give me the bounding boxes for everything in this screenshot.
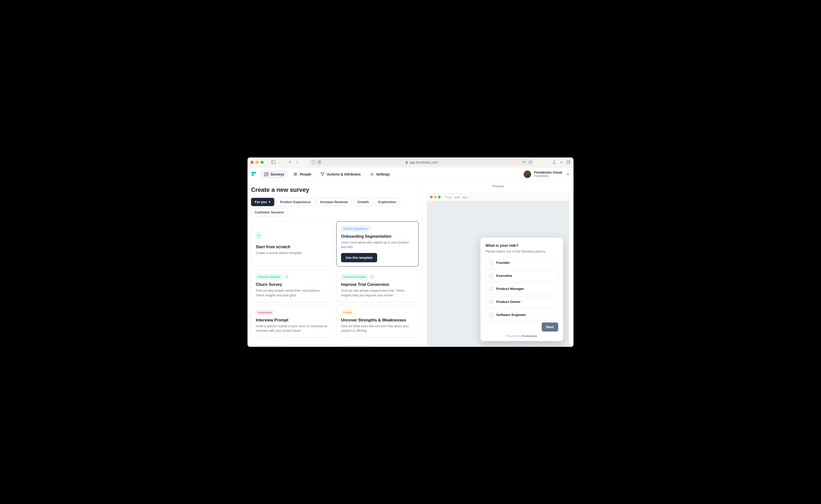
card-title: Interview Prompt [256, 318, 329, 322]
template-card-uncover-strengths-weaknesses[interactable]: Growth Uncover Strengths & Weaknesses Fi… [336, 305, 419, 338]
window-traffic-lights[interactable] [251, 161, 264, 164]
left-panel: Create a new survey For you✦ Product Exp… [248, 181, 422, 347]
badge-increase-revenue: Increase Revenue [256, 345, 283, 347]
shield-icon[interactable] [311, 160, 316, 164]
template-card-identify-customer-goals[interactable]: Product Experience Identify Customer Goa… [336, 341, 419, 347]
badge-increase-revenue: Increase Revenue [341, 274, 368, 279]
badge-product-experience: Product Experience [341, 345, 370, 347]
content: Create a new survey For you✦ Product Exp… [248, 181, 573, 347]
start-from-scratch-card[interactable]: + Start from scratch Create a survey wit… [251, 221, 333, 267]
card-desc: Invite a specific subset of your users t… [256, 324, 329, 333]
option-founder[interactable]: Founder [485, 257, 558, 268]
filter-growth[interactable]: Growth [354, 198, 373, 206]
branch-icon [284, 274, 289, 279]
nav-settings[interactable]: Settings [366, 170, 393, 179]
nav-actions-attributes[interactable]: Actions & Attributes [317, 170, 364, 179]
surveys-icon [264, 172, 269, 177]
nav-surveys[interactable]: Surveys [261, 170, 288, 179]
reader-icon[interactable] [317, 160, 322, 164]
template-card-onboarding-segmentation[interactable]: Product Experience Onboarding Segmentati… [336, 221, 419, 267]
filter-product-experience[interactable]: Product Experience [276, 198, 314, 206]
browser-window: app.formbricks.com ᴬA Surveys People [248, 157, 573, 347]
card-desc: Find out why people stopped their trial.… [341, 288, 414, 298]
share-icon[interactable] [552, 160, 556, 164]
survey-question: What is your role? [485, 243, 558, 247]
card-desc: Create a survey without template. [256, 251, 329, 256]
nav-label: Surveys [271, 172, 284, 176]
template-card-improve-trial-conversion[interactable]: Increase Revenue Improve Trial Conversio… [336, 270, 419, 302]
people-icon [293, 172, 298, 177]
option-software-engineer[interactable]: Software Engineer [485, 309, 558, 320]
preview-frame: Your web app What is your role? Please s… [427, 193, 569, 347]
page-title: Create a new survey [251, 186, 419, 193]
filter-for-you[interactable]: For you✦ [251, 198, 274, 206]
radio-icon [489, 274, 493, 278]
account-name: Formbricks Cloud [534, 171, 562, 174]
radio-icon [489, 287, 493, 291]
svg-point-11 [294, 173, 295, 174]
toolbar-left-group [271, 160, 299, 164]
svg-rect-0 [271, 161, 275, 164]
svg-point-13 [371, 174, 373, 175]
preview-tab-label: Preview [422, 181, 573, 191]
formbricks-logo[interactable] [252, 172, 257, 177]
app-header: Surveys People Actions & Attributes Sett… [248, 167, 573, 181]
app-root: Surveys People Actions & Attributes Sett… [248, 167, 573, 347]
badge-product-experience: Product Experience [341, 226, 370, 231]
reload-icon[interactable] [528, 160, 532, 164]
svg-point-12 [296, 173, 297, 174]
filter-bar: For you✦ Product Experience Increase Rev… [251, 198, 419, 216]
chevron-down-icon[interactable] [278, 160, 283, 164]
lock-icon [405, 161, 408, 164]
back-button[interactable] [288, 160, 292, 164]
tabs-icon[interactable] [566, 160, 570, 164]
card-title: Uncover Strengths & Weaknesses [341, 318, 414, 322]
nav-label: People [300, 172, 311, 176]
browser-toolbar: app.formbricks.com ᴬA [248, 157, 573, 167]
nav-label: Actions & Attributes [327, 172, 361, 176]
minimize-window-button[interactable] [256, 161, 259, 164]
option-executive[interactable]: Executive [485, 270, 558, 281]
maximize-window-button[interactable] [261, 161, 264, 164]
survey-subtext: Please select one of the following optio… [485, 249, 558, 253]
svg-rect-9 [566, 161, 569, 164]
card-title: Churn Survey [256, 282, 329, 287]
frame-header: Your web app [427, 193, 569, 201]
nav-people[interactable]: People [290, 170, 315, 179]
option-product-owner[interactable]: Product Owner [485, 296, 558, 307]
radio-icon [489, 300, 493, 304]
address-bar[interactable]: app.formbricks.com ᴬA [309, 159, 534, 166]
badge-increase-revenue: Increase Revenue [256, 274, 283, 279]
next-button[interactable]: Next [542, 322, 558, 331]
preview-panel: Preview Your web app What is your role? … [422, 181, 573, 347]
filter-customer-success[interactable]: Customer Success [251, 208, 288, 216]
forward-button[interactable] [295, 160, 299, 164]
template-card-interview-prompt[interactable]: Exploration Interview Prompt Invite a sp… [251, 305, 333, 338]
card-title: Onboarding Segmentation [341, 234, 414, 239]
option-product-manager[interactable]: Product Manager [485, 283, 558, 294]
template-card-churn-survey[interactable]: Increase Revenue Churn Survey Find out w… [251, 270, 333, 302]
frame-traffic-lights [430, 196, 441, 198]
sidebar-toggle-icon[interactable] [271, 160, 276, 164]
chevron-down-icon [566, 173, 569, 175]
frame-label: Your web app [445, 195, 468, 199]
card-desc: Learn more about who signed up to your p… [341, 240, 414, 250]
use-template-button[interactable]: Use this template [341, 253, 377, 262]
filter-exploration[interactable]: Exploration [375, 198, 400, 206]
new-tab-icon[interactable] [559, 160, 563, 164]
svg-point-17 [371, 277, 371, 278]
card-title: Improve Trial Conversion [341, 282, 414, 287]
svg-rect-6 [406, 162, 408, 163]
translate-icon[interactable]: ᴬA [522, 160, 526, 164]
badge-exploration: Exploration [256, 310, 274, 315]
nav-label: Settings [376, 172, 390, 176]
filter-increase-revenue[interactable]: Increase Revenue [316, 198, 352, 206]
template-card-changing-subscription[interactable]: Increase Revenue Changing subscription e… [251, 341, 333, 347]
close-window-button[interactable] [251, 161, 254, 164]
filter-icon [320, 172, 325, 177]
radio-icon [489, 313, 493, 317]
card-desc: Find out what users like and don't like … [341, 324, 414, 333]
account-switcher[interactable]: Formbricks Cloud Formbricks [524, 171, 569, 178]
settings-icon [370, 172, 374, 177]
powered-by: Powered by Formbricks [485, 334, 558, 338]
